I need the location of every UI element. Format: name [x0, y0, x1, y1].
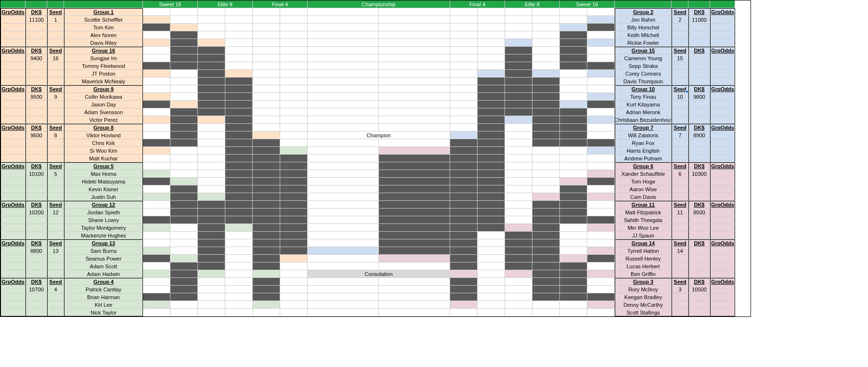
bracket-cell[interactable]	[532, 131, 560, 139]
bracket-cell[interactable]	[587, 39, 615, 47]
bracket-cell[interactable]	[478, 270, 505, 278]
bracket-cell[interactable]	[170, 131, 198, 139]
dk-cell[interactable]	[688, 185, 710, 193]
bracket-cell[interactable]	[308, 178, 379, 185]
bracket-cell[interactable]	[225, 170, 253, 178]
bracket-cell[interactable]	[478, 139, 505, 147]
bracket-cell[interactable]	[253, 31, 280, 39]
bracket-cell[interactable]	[560, 85, 587, 93]
bracket-cell[interactable]	[505, 93, 532, 101]
bracket-cell[interactable]	[379, 286, 450, 293]
bracket-cell[interactable]	[198, 247, 225, 255]
bracket-cell[interactable]	[198, 193, 225, 201]
bracket-cell[interactable]	[450, 78, 478, 85]
bracket-cell[interactable]	[450, 139, 478, 147]
group-header[interactable]: Group 15	[615, 47, 672, 54]
dk-value[interactable]: 11000	[688, 16, 710, 24]
bracket-cell[interactable]	[379, 39, 450, 47]
bracket-cell[interactable]	[198, 78, 225, 85]
bracket-cell[interactable]	[450, 85, 478, 93]
bracket-cell[interactable]	[450, 209, 478, 216]
bracket-cell[interactable]	[225, 262, 253, 270]
dk-header[interactable]: DK$	[688, 162, 710, 170]
player-name[interactable]: Denny McCarthy	[615, 301, 672, 309]
bracket-cell[interactable]	[170, 178, 198, 185]
bracket-cell[interactable]	[225, 239, 253, 247]
grpodds-cell[interactable]	[0, 216, 26, 224]
bracket-cell[interactable]	[280, 216, 308, 224]
seed-header[interactable]: Seed	[47, 162, 64, 170]
bracket-cell[interactable]	[450, 155, 478, 162]
bracket-cell[interactable]	[450, 31, 478, 39]
bracket-cell[interactable]	[280, 239, 308, 247]
bracket-cell[interactable]	[170, 116, 198, 124]
bracket-cell[interactable]	[225, 224, 253, 232]
bracket-cell[interactable]	[170, 147, 198, 155]
bracket-cell[interactable]	[143, 209, 170, 216]
bracket-cell[interactable]	[587, 47, 615, 54]
player-name[interactable]: Matt Fitzpatrick	[615, 209, 672, 216]
bracket-cell[interactable]	[532, 147, 560, 155]
bracket-cell[interactable]	[478, 116, 505, 124]
bracket-cell[interactable]	[379, 54, 450, 62]
dk-cell[interactable]	[688, 31, 710, 39]
bracket-cell[interactable]	[143, 131, 170, 139]
grpodds-cell[interactable]	[710, 155, 735, 162]
dk-header[interactable]: DK$	[688, 8, 710, 16]
bracket-cell[interactable]	[308, 209, 379, 216]
bracket-cell[interactable]	[170, 170, 198, 178]
bracket-cell[interactable]	[587, 101, 615, 108]
player-name[interactable]: Alex Noren	[64, 31, 143, 39]
player-name[interactable]: Max Homa	[64, 170, 143, 178]
bracket-cell[interactable]	[280, 247, 308, 255]
bracket-cell[interactable]	[450, 116, 478, 124]
bracket-cell[interactable]	[587, 16, 615, 24]
seed-header[interactable]: Seed	[672, 278, 688, 286]
bracket-cell[interactable]	[532, 162, 560, 170]
bracket-cell[interactable]	[379, 124, 450, 131]
bracket-cell[interactable]	[170, 201, 198, 209]
bracket-cell[interactable]	[143, 170, 170, 178]
dk-cell[interactable]	[26, 232, 47, 239]
bracket-cell[interactable]	[170, 293, 198, 301]
seed-cell[interactable]	[47, 70, 64, 78]
dk-header[interactable]: DK$	[26, 162, 47, 170]
grpodds-cell[interactable]	[710, 147, 735, 155]
dk-value[interactable]: 9800	[688, 93, 710, 101]
bracket-cell[interactable]	[587, 54, 615, 62]
bracket-cell[interactable]	[505, 301, 532, 309]
bracket-cell[interactable]	[170, 216, 198, 224]
bracket-cell[interactable]	[143, 162, 170, 170]
grpodds-header[interactable]: GrpOdds	[0, 47, 26, 54]
seed-cell[interactable]	[672, 70, 688, 78]
bracket-cell[interactable]	[450, 93, 478, 101]
bracket-cell[interactable]	[532, 124, 560, 131]
grpodds-cell[interactable]	[0, 178, 26, 185]
bracket-cell[interactable]	[560, 309, 587, 316]
bracket-cell[interactable]	[478, 8, 505, 16]
bracket-cell[interactable]	[379, 62, 450, 70]
seed-header[interactable]: Seed	[47, 85, 64, 93]
bracket-cell[interactable]	[280, 139, 308, 147]
seed-cell[interactable]	[672, 116, 688, 124]
bracket-cell[interactable]	[280, 232, 308, 239]
dk-cell[interactable]	[688, 270, 710, 278]
group-header[interactable]: Group 12	[64, 201, 143, 209]
bracket-cell[interactable]	[532, 24, 560, 31]
grpodds-cell[interactable]	[710, 116, 735, 124]
seed-value[interactable]: 16	[47, 54, 64, 62]
grpodds-cell[interactable]	[710, 293, 735, 301]
bracket-cell[interactable]	[280, 124, 308, 131]
bracket-cell[interactable]	[198, 262, 225, 270]
bracket-cell[interactable]	[450, 193, 478, 201]
bracket-cell[interactable]	[143, 139, 170, 147]
dk-cell[interactable]	[26, 185, 47, 193]
bracket-cell[interactable]	[253, 116, 280, 124]
bracket-cell[interactable]	[478, 162, 505, 170]
grpodds-cell[interactable]	[710, 286, 735, 293]
bracket-cell[interactable]	[560, 31, 587, 39]
dk-cell[interactable]	[688, 70, 710, 78]
bracket-cell[interactable]	[225, 255, 253, 262]
bracket-cell[interactable]	[280, 16, 308, 24]
bracket-cell[interactable]	[587, 309, 615, 316]
